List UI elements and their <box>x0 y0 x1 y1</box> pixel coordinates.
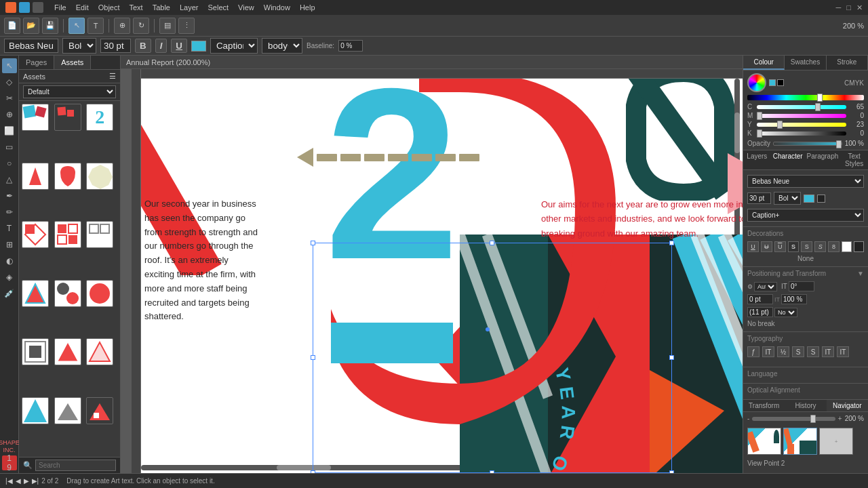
pt-input[interactable] <box>747 307 773 317</box>
scale-x-input[interactable] <box>781 294 807 304</box>
zoom-slider-track[interactable] <box>752 417 835 421</box>
font-weight-dropdown[interactable]: Bold <box>774 192 801 205</box>
stroke-tab[interactable]: Stroke <box>827 56 868 70</box>
font-size-field[interactable] <box>747 192 771 204</box>
crop-tool[interactable]: ✂ <box>2 91 17 106</box>
open-button[interactable]: 📂 <box>23 18 39 34</box>
width-input[interactable] <box>747 294 773 304</box>
pages-tab[interactable]: Pages <box>19 56 54 69</box>
navigator-tab[interactable]: Navigator <box>827 400 868 411</box>
asset-item[interactable] <box>22 221 49 248</box>
stroke-color-swatch[interactable] <box>777 79 784 86</box>
typo-btn-1[interactable]: ƒ <box>747 346 760 357</box>
typo-btn-7[interactable]: IT <box>837 346 849 357</box>
text-styles-sub-tab[interactable]: Text Styles <box>840 150 868 169</box>
paragraph-sub-tab[interactable]: Paragraph <box>805 150 841 169</box>
menu-table[interactable]: Table <box>153 3 170 12</box>
m-slider-track[interactable] <box>757 114 846 118</box>
thumb-2[interactable] <box>783 428 817 455</box>
angle-input[interactable] <box>789 281 814 291</box>
rect-tool[interactable]: ▭ <box>2 140 17 155</box>
pen-tool[interactable]: ✒ <box>2 188 17 203</box>
asset-item[interactable] <box>86 280 113 307</box>
assets-filter[interactable]: Default <box>23 85 116 98</box>
color-wheel-icon[interactable] <box>747 73 766 92</box>
thumb-1[interactable] <box>747 428 781 455</box>
text-tool[interactable]: T <box>2 221 17 236</box>
menu-select[interactable]: Select <box>208 3 229 12</box>
text-color-box[interactable] <box>191 41 206 52</box>
bold-button[interactable]: B <box>135 39 151 53</box>
search-input[interactable] <box>35 460 116 471</box>
char-stroke-box[interactable] <box>817 195 825 203</box>
close-button[interactable]: ✕ <box>856 3 863 12</box>
zoom-tool[interactable]: ⊕ <box>2 107 17 122</box>
fill-tool[interactable]: ◈ <box>2 270 17 285</box>
red-tool[interactable]: 19 <box>2 455 17 470</box>
decor-fill-swatch[interactable] <box>842 241 852 252</box>
char-color-box[interactable] <box>804 195 814 203</box>
font-name-input[interactable] <box>4 39 58 53</box>
font-size-input[interactable] <box>100 39 131 53</box>
swatches-tab[interactable]: Swatches <box>785 56 826 70</box>
font-style-select[interactable]: Bold <box>62 38 96 54</box>
typo-btn-2[interactable]: IT <box>762 346 774 357</box>
character-sub-tab[interactable]: Character <box>771 150 805 169</box>
maximize-button[interactable]: □ <box>846 3 851 12</box>
c-slider-track[interactable] <box>757 105 846 109</box>
asset-item[interactable] <box>54 221 81 248</box>
strikethrough-decor-btn[interactable]: U <box>761 241 772 252</box>
zoom-button[interactable]: ⊕ <box>114 18 130 34</box>
opacity-slider-track[interactable] <box>773 142 842 146</box>
triangle-tool[interactable]: △ <box>2 172 17 187</box>
asset-item[interactable]: 2 <box>86 104 113 131</box>
overline-decor-btn[interactable]: U <box>774 241 786 252</box>
asset-item[interactable] <box>54 397 81 424</box>
k-slider-track[interactable] <box>757 131 846 136</box>
baseline-input[interactable] <box>338 40 363 52</box>
distribute-button[interactable]: ⋮ <box>178 18 195 34</box>
typo-btn-6[interactable]: IT <box>822 346 834 357</box>
assets-tab[interactable]: Assets <box>54 56 91 69</box>
page-play-button[interactable]: ▶ <box>24 477 29 485</box>
eyedropper-tool[interactable]: 💉 <box>2 286 17 301</box>
asset-item[interactable] <box>54 338 81 365</box>
select-tool[interactable]: ↖ <box>68 18 85 34</box>
pencil-tool[interactable]: ✏ <box>2 205 17 220</box>
positioning-expand-icon[interactable]: ▼ <box>857 270 864 277</box>
menu-edit[interactable]: Edit <box>76 3 89 12</box>
table-tool[interactable]: ⊞ <box>2 237 17 252</box>
page-first-button[interactable]: |◀ <box>5 477 13 485</box>
ellipse-tool[interactable]: ○ <box>2 156 17 171</box>
text-tool[interactable]: T <box>87 18 104 34</box>
zoom-minus-icon[interactable]: - <box>747 415 749 422</box>
flow-dropdown[interactable]: body+ <box>262 38 302 54</box>
italic-button[interactable]: I <box>155 39 167 53</box>
font-decor-btn3[interactable]: S <box>814 241 826 252</box>
menu-file[interactable]: File <box>54 3 66 12</box>
hue-spectrum[interactable] <box>747 95 864 100</box>
menu-window[interactable]: Window <box>264 3 290 12</box>
font-decor-btn2[interactable]: S <box>801 241 812 252</box>
page-prev-button[interactable]: ◀ <box>16 477 21 485</box>
underline-decor-btn[interactable]: U <box>747 241 759 252</box>
frame-tool[interactable]: ⬜ <box>2 123 17 138</box>
node-tool[interactable]: ◇ <box>2 75 17 89</box>
pointer-tool[interactable]: ↖ <box>2 58 17 73</box>
save-button[interactable]: 💾 <box>42 18 58 34</box>
typo-btn-5[interactable]: S <box>807 346 819 357</box>
decor-stroke-swatch[interactable] <box>854 241 864 252</box>
zoom-plus-icon[interactable]: + <box>838 415 842 422</box>
asset-item[interactable] <box>22 397 49 424</box>
asset-item[interactable] <box>22 280 49 307</box>
menu-view[interactable]: View <box>238 3 254 12</box>
fill-color-swatch[interactable] <box>769 79 776 86</box>
menu-help[interactable]: Help <box>300 3 315 12</box>
new-document-button[interactable]: 📄 <box>4 18 20 34</box>
transform-tab[interactable]: Transform <box>743 400 785 411</box>
text-style-dropdown[interactable]: Caption+ <box>747 209 864 222</box>
layers-sub-tab[interactable]: Layers <box>743 150 771 169</box>
asset-item[interactable] <box>86 397 113 424</box>
menu-object[interactable]: Object <box>98 3 120 12</box>
font-family-dropdown[interactable]: Bebas Neue <box>747 175 864 188</box>
